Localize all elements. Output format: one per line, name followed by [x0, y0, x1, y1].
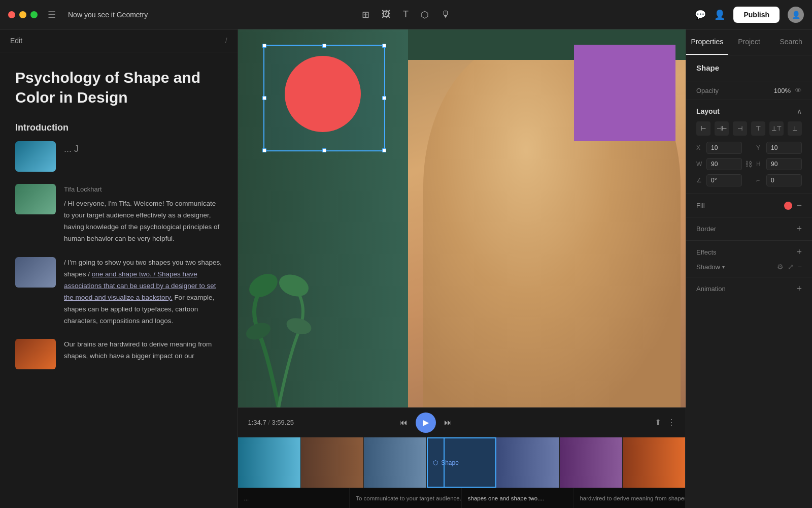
shape-icon[interactable]: ⬡	[421, 9, 429, 20]
timeline-segment-6[interactable]	[623, 437, 686, 488]
skip-back-button[interactable]: ⏮	[399, 418, 408, 427]
shadow-sliders-icon[interactable]: ⚙	[777, 263, 784, 271]
handle-tl[interactable]	[262, 44, 266, 48]
text-icon[interactable]: T	[403, 9, 409, 20]
fill-row: Fill −	[696, 200, 802, 211]
caption-0: ...	[238, 488, 350, 508]
window-controls	[8, 11, 38, 18]
tab-search[interactable]: Search	[770, 29, 812, 55]
minimize-window-button[interactable]	[19, 11, 26, 18]
animation-add-button[interactable]: +	[796, 283, 802, 294]
chevron-up-icon[interactable]: ∧	[797, 107, 802, 115]
angle-coord: ∠	[696, 174, 752, 186]
close-window-button[interactable]	[8, 11, 15, 18]
align-left-button[interactable]: ⊢	[696, 121, 710, 136]
thumbnail-1	[15, 184, 56, 214]
transcript-block-1: Tifa Lockhart / Hi everyone, I'm Tifa. W…	[15, 184, 222, 245]
image-icon[interactable]: 🖼	[382, 9, 391, 20]
x-label: X	[696, 144, 703, 151]
angle-input[interactable]	[706, 174, 742, 186]
eye-icon[interactable]: 👁	[795, 86, 802, 94]
upload-icon[interactable]: ⬆	[655, 418, 661, 427]
paragraph-3: Our brains are hardwired to derive meani…	[64, 340, 212, 360]
more-options-icon[interactable]: ⋮	[667, 418, 675, 427]
corner-input[interactable]	[766, 174, 802, 186]
purple-rect-shape[interactable]	[574, 45, 675, 141]
timeline-segment-4[interactable]	[496, 437, 559, 488]
maximize-window-button[interactable]	[30, 11, 38, 18]
w-input[interactable]	[706, 158, 742, 170]
border-add-button[interactable]: +	[796, 224, 802, 234]
edit-bar: Edit /	[0, 29, 238, 52]
transcript-block-2: / I'm going to show you two shapes you t…	[15, 257, 222, 327]
align-row-1: ⊢ ⊣⊢ ⊣ ⊤ ⊥⊤ ⊥	[696, 121, 802, 136]
right-controls: ⬆ ⋮	[655, 418, 675, 427]
x-coord: X	[696, 142, 752, 154]
fill-color-swatch[interactable]	[784, 202, 792, 210]
handle-br[interactable]	[382, 148, 386, 152]
timeline-segment-1[interactable]	[238, 437, 301, 488]
handle-tr[interactable]	[382, 44, 386, 48]
right-panel: Properties Project Search Shape Opacity …	[686, 29, 812, 508]
handle-ml[interactable]	[262, 96, 266, 100]
link-proportions-icon[interactable]: ⛓	[745, 160, 752, 168]
timeline-segment-3[interactable]	[364, 437, 427, 488]
timeline-thumbnails: ⬡ Shape	[238, 437, 686, 488]
x-input[interactable]	[706, 142, 742, 154]
user-icon[interactable]: 👤	[714, 9, 725, 20]
tab-project[interactable]: Project	[728, 29, 770, 55]
chat-icon[interactable]: 💬	[695, 9, 706, 20]
tab-properties[interactable]: Properties	[686, 29, 728, 55]
panel-tabs: Properties Project Search	[686, 29, 812, 55]
playhead[interactable]	[444, 437, 445, 488]
shadow-row: Shadow ▾ ⚙ ⤢ −	[696, 263, 802, 271]
mic-icon[interactable]: 🎙	[441, 9, 450, 20]
timeline-segment-2[interactable]	[301, 437, 364, 488]
y-label: Y	[756, 144, 763, 151]
shape-section: Shape	[686, 55, 812, 81]
red-circle-shape[interactable]	[285, 56, 361, 132]
transcript-block-3: Our brains are hardwired to derive meani…	[15, 339, 222, 369]
h-input[interactable]	[766, 158, 802, 170]
fill-remove-button[interactable]: −	[796, 200, 802, 211]
animation-label: Animation	[696, 285, 796, 293]
timeline[interactable]: ⬡ Shape	[238, 437, 686, 488]
effects-header: Effects +	[696, 247, 802, 258]
shadow-expand-icon[interactable]: ⤢	[788, 263, 794, 271]
align-right-button[interactable]: ⊣	[733, 121, 747, 136]
handle-bc[interactable]	[322, 148, 326, 152]
shadow-remove-button[interactable]: −	[798, 263, 802, 271]
angle-icon: ∠	[696, 177, 703, 184]
y-input[interactable]	[766, 142, 802, 154]
align-center-h-button[interactable]: ⊣⊢	[715, 121, 729, 136]
align-middle-v-button[interactable]: ⊥⊤	[769, 121, 784, 136]
handle-mr[interactable]	[382, 96, 386, 100]
caption-3: hardwired to derive meaning from shapes,…	[573, 488, 686, 508]
handle-tc[interactable]	[322, 44, 326, 48]
h-label: H	[756, 161, 763, 168]
video-area[interactable]	[238, 29, 686, 407]
coord-grid: X Y W ⛓ H ∠	[696, 142, 802, 186]
transcript-content[interactable]: Psychology of Shape and Color in Design …	[0, 52, 238, 508]
selection-box[interactable]	[263, 45, 385, 151]
align-top-button[interactable]: ⊤	[751, 121, 765, 136]
align-bottom-button[interactable]: ⊥	[788, 121, 802, 136]
skip-forward-button[interactable]: ⏭	[444, 418, 452, 427]
y-coord: Y	[756, 142, 802, 154]
opacity-row: Opacity 100% 👁	[686, 81, 812, 100]
play-button[interactable]: ▶	[416, 412, 436, 433]
layout-header: Layout ∧	[696, 107, 802, 115]
effects-add-button[interactable]: +	[796, 247, 802, 258]
shadow-chevron-icon[interactable]: ▾	[722, 264, 725, 270]
svg-point-1	[276, 271, 311, 300]
border-section: Border +	[686, 217, 812, 241]
timeline-segment-shape[interactable]: ⬡ Shape	[427, 437, 496, 488]
timeline-segment-5[interactable]	[560, 437, 623, 488]
grid-icon[interactable]: ⊞	[362, 9, 369, 20]
layout-section: Layout ∧ ⊢ ⊣⊢ ⊣ ⊤ ⊥⊤ ⊥ X Y	[686, 100, 812, 194]
menu-icon[interactable]: ☰	[48, 9, 56, 20]
shape-icon-small: ⬡	[433, 459, 438, 466]
caption-2: shapes one and shape two....	[462, 488, 574, 508]
handle-bl[interactable]	[262, 148, 266, 152]
publish-button[interactable]: Publish	[733, 7, 780, 23]
